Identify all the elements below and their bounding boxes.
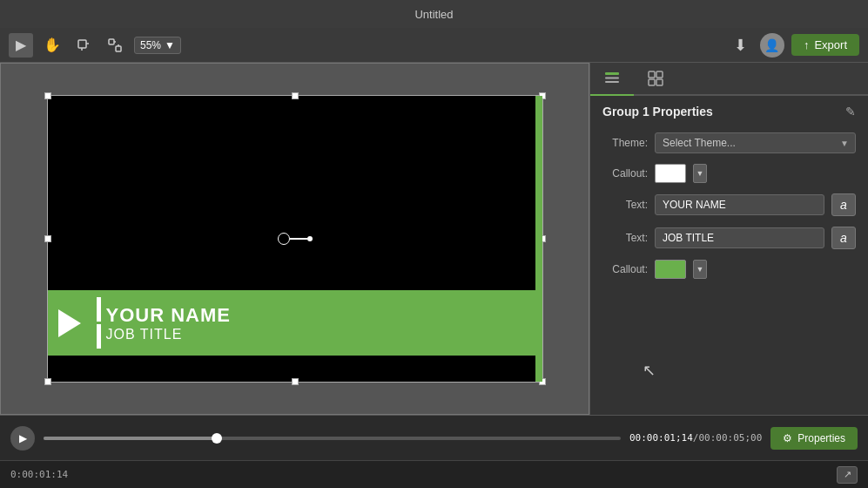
text1-row: Text: a (590, 188, 868, 221)
panel-empty-area: ↖ (590, 284, 868, 415)
motion-line (290, 238, 307, 240)
text2-font-btn[interactable]: a (831, 227, 856, 249)
main-area: YOUR NAME JOB TITLE (0, 63, 868, 415)
theme-select-wrapper: Select Theme... ▼ (655, 132, 856, 153)
panel-tabs (590, 63, 868, 96)
lt-line-2 (97, 324, 101, 349)
callout2-color[interactable] (655, 260, 686, 279)
cursor-icon: ↖ (643, 361, 656, 380)
play-triangle (58, 309, 81, 337)
callout1-dropdown[interactable]: ▼ (693, 164, 707, 183)
timeline-track[interactable] (44, 437, 621, 440)
svg-rect-7 (605, 72, 619, 75)
crop-tool[interactable] (71, 33, 96, 58)
callout2-row: Callout: ▼ (590, 254, 868, 284)
play-icon: ▶ (19, 432, 27, 444)
svg-rect-4 (116, 46, 121, 51)
download-button[interactable]: ⬇ (729, 33, 753, 58)
callout1-row: Callout: ▼ (590, 159, 868, 188)
timecode-current: 00:00:01;14 (629, 432, 693, 444)
status-export-btn[interactable]: ↗ (837, 466, 858, 484)
text2-row: Text: a (590, 221, 868, 254)
theme-label: Theme: (602, 137, 648, 149)
zoom-arrow: ▼ (165, 39, 175, 51)
handle-tc[interactable] (292, 92, 299, 99)
zoom-selector[interactable]: 55% ▼ (134, 37, 181, 54)
text1-input[interactable] (655, 194, 824, 215)
export-button[interactable]: ↑ Export (791, 34, 859, 56)
properties-btn-icon: ⚙ (783, 432, 792, 444)
export-icon: ↑ (804, 38, 810, 51)
properties-button[interactable]: ⚙ Properties (770, 427, 858, 450)
svg-rect-3 (109, 39, 114, 44)
callout1-color[interactable] (655, 164, 686, 183)
motion-tab[interactable] (634, 63, 677, 96)
lt-divider-lines (97, 297, 101, 349)
zoom-value: 55% (140, 39, 161, 51)
lt-name-text: YOUR NAME (106, 304, 231, 327)
svg-rect-10 (649, 71, 655, 78)
handle-bc[interactable] (292, 378, 299, 385)
select-tool[interactable]: ▶ (9, 33, 33, 58)
lower-third-bar: YOUR NAME JOB TITLE (48, 290, 542, 356)
transform-tool[interactable] (103, 33, 127, 58)
theme-select[interactable]: Select Theme... (655, 132, 856, 153)
canvas-panel[interactable]: YOUR NAME JOB TITLE (0, 63, 589, 415)
svg-rect-13 (656, 79, 663, 85)
canvas[interactable]: YOUR NAME JOB TITLE (47, 95, 543, 383)
svg-rect-12 (649, 79, 655, 85)
text2-input[interactable] (655, 227, 824, 248)
text1-label: Text: (602, 199, 648, 211)
theme-row: Theme: Select Theme... ▼ (590, 127, 868, 159)
timecode-total: 00:00:05;00 (698, 432, 762, 444)
titlebar: Untitled (0, 0, 868, 28)
motion-circle (278, 233, 290, 245)
lt-text-block: YOUR NAME JOB TITLE (106, 304, 231, 342)
timeline-progress (44, 437, 217, 440)
motion-dot (307, 236, 313, 241)
hand-tool[interactable]: ✋ (40, 33, 64, 58)
text1-font-btn[interactable]: a (831, 193, 856, 216)
timeline-thumb[interactable] (212, 433, 222, 444)
lower-third: YOUR NAME JOB TITLE (48, 290, 542, 356)
titlebar-title: Untitled (414, 8, 453, 21)
svg-rect-8 (605, 78, 619, 79)
timeline: ▶ 00:00:01;14/00:00:05;00 ⚙ Properties (0, 415, 868, 460)
toolbar: ▶ ✋ 55% ▼ ⬇ 👤 ↑ Export (0, 28, 868, 63)
statusbar: 0:00:01:14 ↗ (0, 460, 868, 488)
handle-bl[interactable] (44, 378, 51, 385)
play-button[interactable]: ▶ (10, 426, 35, 451)
properties-tab[interactable] (590, 63, 634, 96)
text2-label: Text: (602, 232, 648, 244)
callout2-label: Callout: (602, 263, 648, 275)
user-avatar[interactable]: 👤 (760, 33, 784, 58)
edit-icon[interactable]: ✎ (845, 105, 856, 119)
status-time: 0:00:01:14 (10, 469, 68, 480)
svg-rect-0 (78, 40, 86, 48)
export-label: Export (814, 38, 847, 51)
properties-header: Group 1 Properties ✎ (590, 96, 868, 127)
lt-line-1 (97, 297, 101, 322)
motion-indicator (278, 233, 313, 245)
callout2-dropdown[interactable]: ▼ (693, 260, 707, 279)
lt-play-icon (48, 309, 91, 337)
properties-btn-label: Properties (797, 432, 845, 444)
svg-rect-9 (605, 81, 619, 83)
lt-title-text: JOB TITLE (106, 327, 231, 342)
handle-tl[interactable] (44, 92, 51, 99)
svg-rect-11 (656, 71, 663, 78)
status-export-icon: ↗ (844, 469, 851, 480)
callout1-label: Callout: (602, 167, 648, 180)
handle-ml[interactable] (44, 235, 51, 242)
timecode-display: 00:00:01;14/00:00:05;00 (629, 432, 762, 444)
right-panel: Group 1 Properties ✎ Theme: Select Theme… (589, 63, 868, 415)
properties-title: Group 1 Properties (602, 105, 713, 119)
